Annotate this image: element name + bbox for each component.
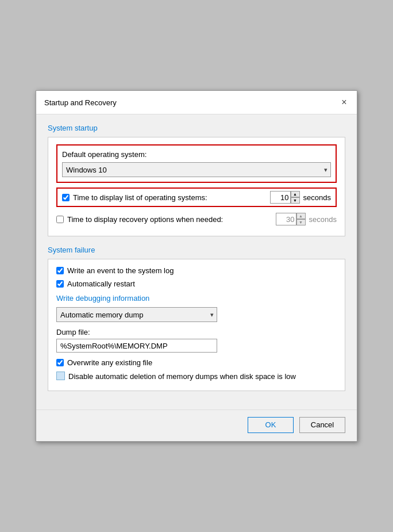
- display-recovery-value[interactable]: 30: [276, 213, 296, 225]
- ok-button[interactable]: OK: [248, 417, 294, 433]
- system-startup-label: System startup: [48, 124, 345, 132]
- auto-restart-row: Automatically restart: [56, 280, 337, 288]
- display-recovery-down[interactable]: ▼: [296, 219, 306, 225]
- disable-checkbox-wrapper[interactable]: [56, 372, 65, 380]
- cancel-button[interactable]: Cancel: [299, 417, 345, 433]
- disable-label: Disable automatic deletion of memory dum…: [68, 372, 296, 382]
- debug-type-dropdown[interactable]: Automatic memory dump Complete memory du…: [56, 307, 217, 322]
- default-os-dropdown[interactable]: Windows 10: [62, 162, 331, 177]
- display-recovery-seconds: seconds: [309, 215, 337, 224]
- write-event-checkbox[interactable]: [56, 267, 64, 274]
- display-list-row: Time to display list of operating system…: [56, 187, 337, 207]
- display-recovery-label: Time to display recovery options when ne…: [67, 215, 272, 224]
- debug-type-dropdown-wrapper: Automatic memory dump Complete memory du…: [56, 307, 217, 322]
- dialog-body: System startup Default operating system:…: [36, 114, 357, 409]
- title-bar: Startup and Recovery ×: [36, 91, 357, 114]
- display-list-down[interactable]: ▼: [291, 197, 300, 204]
- write-debug-label: Write debugging information: [56, 294, 337, 303]
- default-os-dropdown-wrapper: Windows 10: [62, 162, 331, 177]
- system-startup-section: Default operating system: Windows 10 Tim…: [48, 137, 345, 236]
- display-recovery-checkbox[interactable]: [56, 216, 64, 223]
- overwrite-row: Overwrite any existing file: [56, 358, 337, 367]
- display-list-up[interactable]: ▲: [291, 191, 300, 197]
- default-os-group: Default operating system: Windows 10: [56, 144, 337, 183]
- overwrite-label: Overwrite any existing file: [67, 358, 152, 367]
- overwrite-checkbox[interactable]: [56, 359, 64, 366]
- display-list-spinner: ▲ ▼: [291, 191, 300, 204]
- default-os-label: Default operating system:: [62, 150, 331, 159]
- display-list-value[interactable]: 10: [270, 191, 291, 204]
- display-list-checkbox[interactable]: [62, 194, 70, 201]
- auto-restart-label: Automatically restart: [67, 280, 135, 288]
- auto-restart-checkbox[interactable]: [56, 280, 64, 288]
- startup-recovery-dialog: Startup and Recovery × System startup De…: [36, 90, 357, 441]
- system-failure-section: Write an event to the system log Automat…: [48, 259, 345, 391]
- display-recovery-up[interactable]: ▲: [296, 213, 306, 219]
- close-button[interactable]: ×: [338, 97, 350, 108]
- system-failure-label: System failure: [48, 246, 345, 254]
- dialog-footer: OK Cancel: [36, 409, 357, 441]
- display-recovery-spinner: ▲ ▼: [296, 213, 306, 225]
- display-list-seconds: seconds: [303, 193, 331, 202]
- write-event-label: Write an event to the system log: [67, 266, 174, 275]
- display-list-label: Time to display list of operating system…: [73, 193, 267, 202]
- disable-row: Disable automatic deletion of memory dum…: [56, 372, 337, 382]
- dump-file-input[interactable]: %SystemRoot%\MEMORY.DMP: [56, 339, 217, 353]
- dump-file-label: Dump file:: [56, 328, 337, 336]
- write-event-row: Write an event to the system log: [56, 266, 337, 275]
- dialog-title: Startup and Recovery: [44, 98, 117, 107]
- display-recovery-row: Time to display recovery options when ne…: [56, 210, 337, 228]
